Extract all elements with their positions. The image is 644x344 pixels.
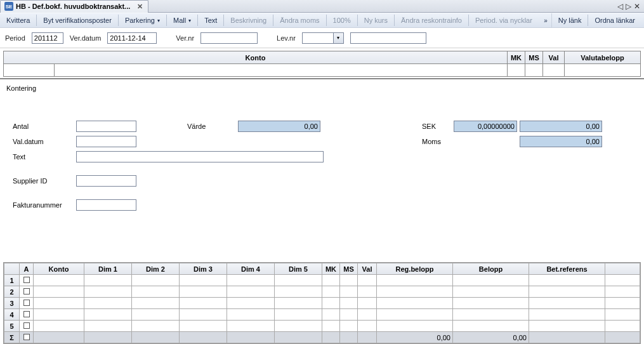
grid-cell[interactable] (132, 321, 180, 332)
col-ms[interactable]: MS (525, 51, 543, 64)
upper-cell[interactable] (565, 64, 641, 77)
antal-input[interactable] (76, 121, 136, 132)
sek-rate-input[interactable] (454, 121, 517, 132)
grid-cell[interactable] (180, 286, 227, 298)
grid-cell[interactable] (180, 309, 227, 321)
grid-cell[interactable] (227, 309, 275, 321)
grid-col-betref[interactable]: Bet.referens (529, 263, 605, 275)
col-mk[interactable]: MK (508, 51, 525, 64)
grid-cell[interactable] (377, 298, 453, 309)
grid-cell[interactable] (275, 298, 322, 309)
grid-cell[interactable] (180, 275, 227, 286)
grid-col-regbelopp[interactable]: Reg.belopp (377, 263, 453, 275)
col-val[interactable]: Val (543, 51, 565, 64)
grid-col-a[interactable]: A (20, 263, 34, 275)
grid-cell[interactable] (340, 298, 358, 309)
grid-cell[interactable] (34, 298, 84, 309)
grid-cell[interactable] (358, 321, 377, 332)
toolbar-overflow-icon[interactable]: » (541, 17, 550, 24)
grid-cell[interactable] (358, 309, 377, 321)
toolbar-parkering[interactable]: Parkering (121, 15, 164, 25)
grid-cell[interactable] (605, 298, 640, 309)
grid-cell-a[interactable] (20, 298, 34, 309)
grid-cell[interactable] (340, 275, 358, 286)
grid-cell[interactable] (453, 309, 529, 321)
grid-cell[interactable] (453, 298, 529, 309)
grid-rowhead[interactable]: 3 (4, 298, 20, 309)
toolbar-text[interactable]: Text (200, 15, 221, 25)
grid-rowhead[interactable]: 5 (4, 321, 20, 332)
row-checkbox[interactable] (23, 322, 30, 329)
grid-cell[interactable] (34, 286, 84, 298)
upper-cell[interactable] (55, 64, 508, 77)
upper-cell[interactable] (508, 64, 525, 77)
moms-input[interactable] (520, 136, 602, 147)
grid-cell[interactable] (275, 309, 322, 321)
grid-cell[interactable] (34, 275, 84, 286)
grid-cell[interactable] (340, 286, 358, 298)
grid-col-konto[interactable]: Konto (34, 263, 84, 275)
grid-cell[interactable] (377, 309, 453, 321)
grid-rowhead[interactable]: 1 (4, 275, 20, 286)
grid-cell[interactable] (322, 321, 340, 332)
upper-cell[interactable] (543, 64, 565, 77)
supplier-input[interactable] (76, 175, 136, 187)
grid-cell[interactable] (453, 321, 529, 332)
grid-cell[interactable] (529, 286, 605, 298)
text-input[interactable] (76, 151, 324, 162)
tab-close-icon[interactable]: ✕ (135, 3, 144, 11)
grid-cell-a[interactable] (20, 275, 34, 286)
grid-col-dim3[interactable]: Dim 3 (180, 263, 227, 275)
col-valutabelopp[interactable]: Valutabelopp (565, 51, 641, 64)
grid-cell[interactable] (605, 286, 640, 298)
active-tab[interactable]: SE HB - Def.bokf. huvudboktransakt... ✕ (0, 0, 148, 13)
grid-rowhead[interactable]: 4 (4, 309, 20, 321)
grid-cell[interactable] (84, 309, 132, 321)
vernr-input[interactable] (200, 32, 258, 44)
grid-cell[interactable] (358, 286, 377, 298)
upper-cell[interactable] (4, 64, 55, 77)
levnr-combo[interactable] (302, 32, 334, 44)
toolbar-byt-verifikationsposter[interactable]: Byt verifikationsposter (39, 15, 115, 25)
toolbar-ny-lank[interactable]: Ny länk (555, 15, 586, 25)
grid-cell[interactable] (275, 321, 322, 332)
tab-closeall-icon[interactable]: ✕ (634, 2, 640, 11)
grid-cell[interactable] (227, 321, 275, 332)
grid-cell[interactable] (605, 275, 640, 286)
grid-col-dim5[interactable]: Dim 5 (275, 263, 322, 275)
grid-cell[interactable] (180, 298, 227, 309)
fakturanr-input[interactable] (76, 199, 136, 211)
valdatum-input[interactable] (76, 136, 136, 147)
grid-cell[interactable] (34, 309, 84, 321)
grid-cell[interactable] (322, 309, 340, 321)
grid-cell-a[interactable] (20, 309, 34, 321)
row-checkbox[interactable] (23, 277, 30, 283)
grid-cell[interactable] (529, 275, 605, 286)
grid-cell[interactable] (377, 321, 453, 332)
grid-cell[interactable] (605, 321, 640, 332)
grid-cell-a[interactable] (20, 321, 34, 332)
grid-cell[interactable] (529, 321, 605, 332)
grid-cell[interactable] (377, 275, 453, 286)
grid-cell[interactable] (322, 298, 340, 309)
grid-cell[interactable] (227, 275, 275, 286)
grid-sum-checkbox[interactable] (23, 334, 30, 340)
grid-cell[interactable] (529, 309, 605, 321)
grid-col-ms[interactable]: MS (340, 263, 358, 275)
grid-cell[interactable] (377, 286, 453, 298)
grid-cell[interactable] (322, 286, 340, 298)
col-konto[interactable]: Konto (4, 51, 508, 64)
grid-cell[interactable] (275, 275, 322, 286)
tab-prev-icon[interactable]: ◁ (617, 2, 623, 11)
grid-cell[interactable] (453, 286, 529, 298)
row-checkbox[interactable] (23, 288, 30, 294)
grid-cell[interactable] (529, 298, 605, 309)
grid-cell[interactable] (227, 286, 275, 298)
grid-col-mk[interactable]: MK (322, 263, 340, 275)
grid-cell[interactable] (34, 321, 84, 332)
grid-col-dim1[interactable]: Dim 1 (84, 263, 132, 275)
grid-cell[interactable] (132, 275, 180, 286)
tab-next-icon[interactable]: ▷ (626, 2, 631, 11)
grid-cell[interactable] (275, 286, 322, 298)
verdatum-input[interactable] (107, 32, 157, 44)
